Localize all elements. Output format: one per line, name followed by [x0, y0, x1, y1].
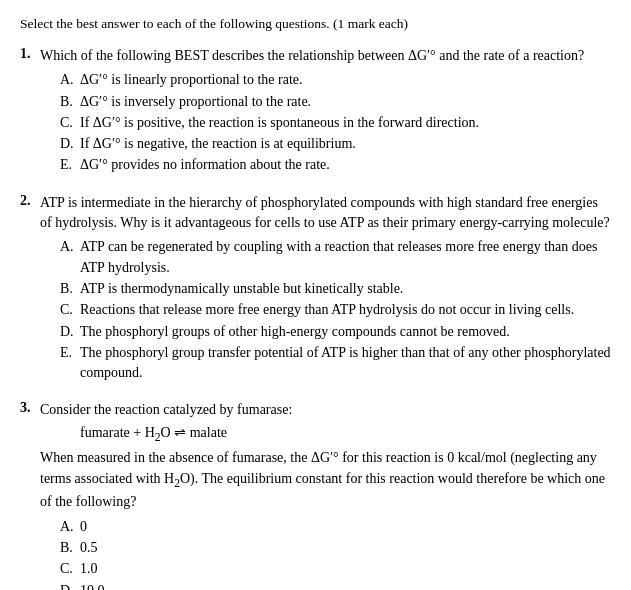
- option-2e: E. The phosphoryl group transfer potenti…: [60, 343, 611, 384]
- option-1a-text: ΔG′° is linearly proportional to the rat…: [80, 70, 611, 90]
- option-2e-label: E.: [60, 343, 76, 384]
- question-1-number: 1.: [20, 46, 36, 177]
- option-2d-label: D.: [60, 322, 76, 342]
- question-3-number: 3.: [20, 400, 36, 590]
- option-2d: D. The phosphoryl groups of other high-e…: [60, 322, 611, 342]
- question-1-options: A. ΔG′° is linearly proportional to the …: [60, 70, 611, 175]
- option-2b-text: ATP is thermodynamically unstable but ki…: [80, 279, 611, 299]
- option-2a-text: ATP can be regenerated by coupling with …: [80, 237, 611, 278]
- option-2c: C. Reactions that release more free ener…: [60, 300, 611, 320]
- question-2-number: 2.: [20, 193, 36, 385]
- question-2-text: ATP is intermediate in the hierarchy of …: [40, 193, 611, 234]
- option-1d: D. If ΔG′° is negative, the reaction is …: [60, 134, 611, 154]
- option-3c: C. 1.0: [60, 559, 611, 579]
- instructions: Select the best answer to each of the fo…: [20, 16, 611, 32]
- question-1: 1. Which of the following BEST describes…: [20, 46, 611, 177]
- question-2: 2. ATP is intermediate in the hierarchy …: [20, 193, 611, 385]
- question-3: 3. Consider the reaction catalyzed by fu…: [20, 400, 611, 590]
- option-3b-label: B.: [60, 538, 76, 558]
- option-1c: C. If ΔG′° is positive, the reaction is …: [60, 113, 611, 133]
- option-1b-text: ΔG′° is inversely proportional to the ra…: [80, 92, 611, 112]
- option-3a-label: A.: [60, 517, 76, 537]
- option-3d: D. 10.0: [60, 581, 611, 590]
- question-3-text-2: When measured in the absence of fumarase…: [40, 448, 611, 512]
- option-2a: A. ATP can be regenerated by coupling wi…: [60, 237, 611, 278]
- option-2d-text: The phosphoryl groups of other high-ener…: [80, 322, 611, 342]
- option-1d-text: If ΔG′° is negative, the reaction is at …: [80, 134, 611, 154]
- option-2b-label: B.: [60, 279, 76, 299]
- option-3c-text: 1.0: [80, 559, 611, 579]
- option-2e-text: The phosphoryl group transfer potential …: [80, 343, 611, 384]
- option-3d-label: D.: [60, 581, 76, 590]
- option-2c-text: Reactions that release more free energy …: [80, 300, 611, 320]
- option-2c-label: C.: [60, 300, 76, 320]
- option-1a: A. ΔG′° is linearly proportional to the …: [60, 70, 611, 90]
- option-1e-label: E.: [60, 155, 76, 175]
- question-3-text-1: Consider the reaction catalyzed by fumar…: [40, 400, 611, 420]
- option-3a-text: 0: [80, 517, 611, 537]
- option-2b: B. ATP is thermodynamically unstable but…: [60, 279, 611, 299]
- option-1b: B. ΔG′° is inversely proportional to the…: [60, 92, 611, 112]
- option-1a-label: A.: [60, 70, 76, 90]
- question-3-options: A. 0 B. 0.5 C. 1.0 D. 10.0 E. 50.0: [60, 517, 611, 590]
- option-3d-text: 10.0: [80, 581, 611, 590]
- option-1c-label: C.: [60, 113, 76, 133]
- option-3a: A. 0: [60, 517, 611, 537]
- option-1e: E. ΔG′° provides no information about th…: [60, 155, 611, 175]
- option-1e-text: ΔG′° provides no information about the r…: [80, 155, 611, 175]
- option-1d-label: D.: [60, 134, 76, 154]
- option-3b: B. 0.5: [60, 538, 611, 558]
- option-1b-label: B.: [60, 92, 76, 112]
- question-2-options: A. ATP can be regenerated by coupling wi…: [60, 237, 611, 383]
- option-1c-text: If ΔG′° is positive, the reaction is spo…: [80, 113, 611, 133]
- option-3c-label: C.: [60, 559, 76, 579]
- option-2a-label: A.: [60, 237, 76, 278]
- question-1-text: Which of the following BEST describes th…: [40, 46, 611, 66]
- question-3-reaction: fumarate + H2O ⇌ malate: [80, 423, 611, 447]
- option-3b-text: 0.5: [80, 538, 611, 558]
